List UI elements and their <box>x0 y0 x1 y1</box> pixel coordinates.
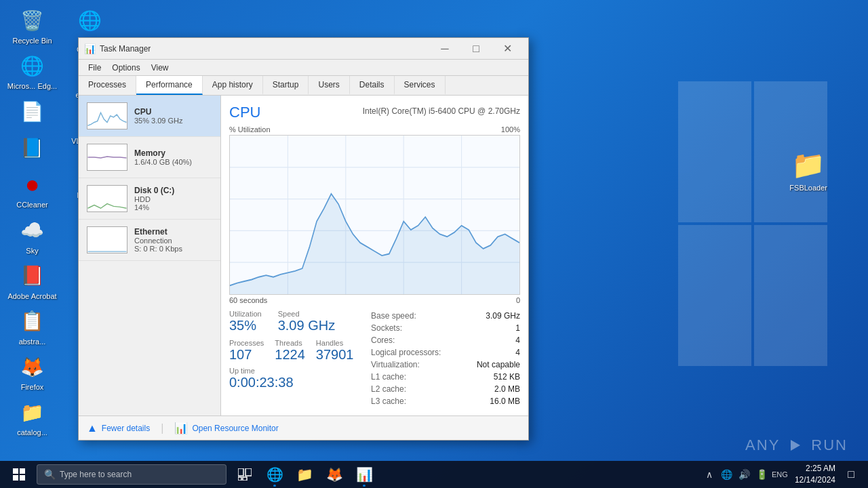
sidebar-item-disk[interactable]: Disk 0 (C:) HDD 14% <box>79 178 220 220</box>
l1-value: 512 KB <box>494 372 520 382</box>
chart-time-left: 60 seconds <box>229 296 267 304</box>
task-manager-icon: 📊 <box>84 43 96 54</box>
menu-bar: File Options View <box>79 60 528 76</box>
tab-services[interactable]: Services <box>395 76 446 95</box>
desktop-icon-catalog[interactable]: 📁 catalog... <box>7 399 58 437</box>
memory-mini-chart <box>87 144 127 171</box>
chart-y-labels: % Utilization 100% <box>229 125 520 134</box>
tab-app-history[interactable]: App history <box>203 76 263 95</box>
taskbar-icon-edge[interactable]: 🌐 <box>260 461 289 488</box>
sidebar-item-ethernet[interactable]: Ethernet Connection S: 0 R: 0 Kbps <box>79 220 220 261</box>
disk-item-detail1: HDD <box>134 195 212 203</box>
taskbar-icon-taskview[interactable] <box>231 461 259 488</box>
cpu-item-detail1: 35% 3.09 GHz <box>134 117 212 125</box>
menu-file[interactable]: File <box>84 62 105 74</box>
cores-value: 4 <box>515 336 520 345</box>
desktop-icon-acrobat[interactable]: 📕 Adobe Acrobat <box>7 262 58 301</box>
utilization-label: Utilization <box>229 310 262 318</box>
fsbloader-icon: 📁 <box>791 149 825 181</box>
l2-value: 2.0 MB <box>494 384 520 394</box>
start-button[interactable] <box>3 461 35 488</box>
logical-row: Logical processors: 4 <box>371 346 520 359</box>
base-speed-label: Base speed: <box>371 311 416 321</box>
desktop-icon-doc[interactable]: 📄 <box>7 98 58 127</box>
sidebar-item-memory[interactable]: Memory 1.6/4.0 GB (40%) <box>79 137 220 178</box>
svg-rect-12 <box>13 475 18 481</box>
tab-performance[interactable]: Performance <box>136 76 203 95</box>
l1-cache-row: L1 cache: 512 KB <box>371 371 520 383</box>
desktop-icon-firefox[interactable]: 🦊 Firefox <box>7 353 58 392</box>
monitor-icon: 📊 <box>174 422 188 434</box>
base-speed-row: Base speed: 3.09 GHz <box>371 310 520 322</box>
threads-value: 1224 <box>275 347 305 363</box>
desktop-icon-recycle-bin[interactable]: 🗑️ Recycle Bin <box>7 7 58 45</box>
utilization-value: 35% <box>229 318 262 333</box>
desktop-icon-abstra[interactable]: 📋 abstra... <box>7 308 58 346</box>
taskbar-icon-active-app[interactable]: 📊 <box>350 461 378 488</box>
fewer-details-icon: ▲ <box>87 422 98 434</box>
cpu-item-name: CPU <box>134 107 212 117</box>
tray-icon-volume[interactable]: 🔊 <box>736 461 753 488</box>
threads-label: Threads <box>275 339 305 347</box>
svg-marker-0 <box>791 440 800 451</box>
tab-users[interactable]: Users <box>309 76 349 95</box>
notification-button[interactable]: □ <box>842 461 860 488</box>
tab-details[interactable]: Details <box>350 76 395 95</box>
task-manager-window: 📊 Task Manager ─ □ ✕ File Options View P… <box>78 37 529 441</box>
recycle-bin-label: Recycle Bin <box>12 37 52 45</box>
uptime-stat: Up time 0:00:23:38 <box>229 367 363 390</box>
virtualization-value: Not capable <box>477 360 520 369</box>
taskbar-icon-firefox[interactable]: 🦊 <box>320 461 349 488</box>
menu-view[interactable]: View <box>147 62 173 74</box>
tab-processes[interactable]: Processes <box>79 76 136 95</box>
tray-icons: ∧ 🌐 🔊 🔋 ENG <box>701 461 788 488</box>
taskbar-search-icon: 🔍 <box>44 469 56 480</box>
speed-value: 3.09 GHz <box>278 318 335 333</box>
tab-bar: Processes Performance App history Startu… <box>79 76 528 96</box>
desktop-icon-fsbloader[interactable]: 📁 FSBLoader <box>789 149 827 192</box>
sky-label: Sky <box>26 247 38 256</box>
tray-icon-keyboard[interactable]: ENG <box>772 461 788 488</box>
cpu-title: CPU <box>229 104 260 121</box>
ethernet-item-detail1: Connection <box>134 237 212 245</box>
sockets-label: Sockets: <box>371 323 402 333</box>
abstra-label: abstra... <box>19 338 46 346</box>
tray-icon-network[interactable]: 🌐 <box>719 461 735 488</box>
close-button[interactable]: ✕ <box>492 38 523 60</box>
virtualization-row: Virtualization: Not capable <box>371 359 520 371</box>
processes-stat: Processes 107 <box>229 339 264 363</box>
disk-item-info: Disk 0 (C:) HDD 14% <box>134 186 212 211</box>
footer: ▲ Fewer details | 📊 Open Resource Monito… <box>79 415 528 440</box>
chrome-icon: 🌐 <box>77 7 104 34</box>
desktop-icon-sky[interactable]: ☁️ Sky <box>7 217 58 256</box>
tray-icon-up[interactable]: ∧ <box>701 461 717 488</box>
clock-date: 12/14/2024 <box>795 474 835 486</box>
ethernet-mini-chart <box>87 226 127 253</box>
taskbar-pinned-icons: 🌐 📁 🦊 📊 <box>231 461 378 488</box>
desktop-icon-ccleaner[interactable]: ● CCleaner <box>7 171 58 209</box>
open-monitor-label: Open Resource Monitor <box>192 424 278 433</box>
desktop-icon-word[interactable]: 📘 <box>7 134 58 164</box>
l1-label: L1 cache: <box>371 372 406 382</box>
open-resource-monitor-button[interactable]: 📊 Open Resource Monitor <box>174 422 278 434</box>
doc-icon: 📄 <box>19 98 46 125</box>
firefox-label: Firefox <box>21 383 44 392</box>
desktop-icon-edge[interactable]: 🌐 Micros... Edg... <box>7 52 58 91</box>
disk-item-detail2: 14% <box>134 203 212 211</box>
menu-options[interactable]: Options <box>108 62 144 74</box>
taskbar-icon-explorer[interactable]: 📁 <box>290 461 319 488</box>
system-clock[interactable]: 2:25 AM 12/14/2024 <box>791 463 840 486</box>
speed-stat: Speed 3.09 GHz <box>278 310 335 333</box>
taskbar-search[interactable]: 🔍 Type here to search <box>37 464 226 485</box>
sidebar-item-cpu[interactable]: CPU 35% 3.09 GHz <box>79 96 220 137</box>
maximize-button[interactable]: □ <box>460 38 492 60</box>
chart-y-max-label: 100% <box>501 125 520 134</box>
tab-startup[interactable]: Startup <box>263 76 309 95</box>
tray-icon-battery[interactable]: 🔋 <box>754 461 770 488</box>
fewer-details-button[interactable]: ▲ Fewer details <box>87 422 150 434</box>
l3-label: L3 cache: <box>371 396 406 406</box>
minimize-button[interactable]: ─ <box>429 38 460 60</box>
ethernet-item-info: Ethernet Connection S: 0 R: 0 Kbps <box>134 227 212 253</box>
recycle-bin-icon: 🗑️ <box>19 7 46 34</box>
ethernet-item-detail2: S: 0 R: 0 Kbps <box>134 245 212 253</box>
